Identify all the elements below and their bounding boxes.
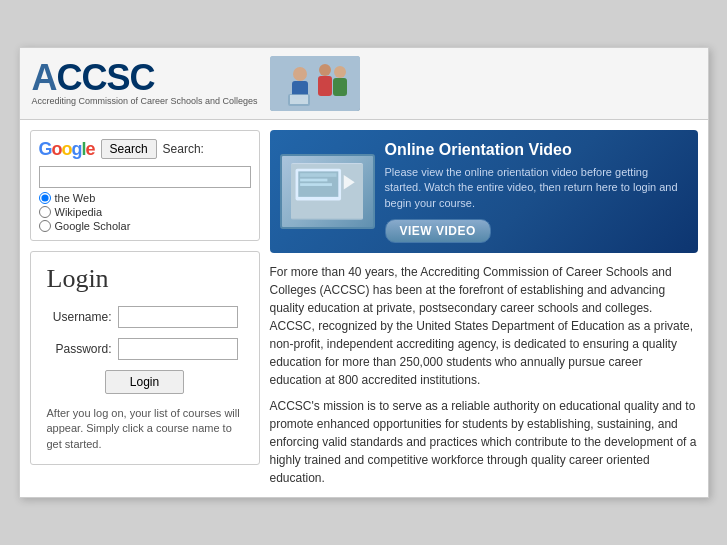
logo-area: ACCSC Accrediting Commission of Career S… (32, 60, 258, 106)
login-title: Login (47, 264, 243, 294)
search-box: Google Search Search: the Web Wikipedia (30, 130, 260, 241)
svg-point-1 (293, 67, 307, 81)
password-row: Password: (47, 338, 243, 360)
password-input[interactable] (118, 338, 238, 360)
username-label: Username: (47, 310, 112, 324)
google-logo: Google (39, 139, 95, 160)
description-para2: ACCSC's mission is to serve as a reliabl… (270, 397, 698, 487)
logo-tagline: Accrediting Commission of Career Schools… (32, 96, 258, 106)
search-radio-web[interactable] (39, 192, 51, 204)
svg-rect-12 (300, 173, 336, 177)
svg-rect-14 (300, 183, 332, 186)
search-radio-wikipedia[interactable] (39, 206, 51, 218)
description-para1: For more than 40 years, the Accrediting … (270, 263, 698, 389)
header-image (270, 56, 360, 111)
svg-rect-8 (290, 95, 308, 104)
search-option-web-label: the Web (55, 192, 96, 204)
svg-point-3 (319, 64, 331, 76)
username-input[interactable] (118, 306, 238, 328)
video-thumb-inner (291, 163, 364, 220)
logo: ACCSC (32, 60, 258, 96)
search-options: the Web Wikipedia Google Scholar (39, 192, 251, 232)
main-content: Google Search Search: the Web Wikipedia (20, 120, 708, 497)
right-panel: Online Orientation Video Please view the… (270, 130, 698, 487)
username-row: Username: (47, 306, 243, 328)
google-search-row: Google Search Search: (39, 139, 251, 160)
search-option-wikipedia-label: Wikipedia (55, 206, 103, 218)
video-thumbnail (280, 154, 375, 229)
video-banner: Online Orientation Video Please view the… (270, 130, 698, 253)
header-people-svg (270, 56, 360, 111)
video-title: Online Orientation Video (385, 140, 688, 159)
login-hint: After you log on, your list of courses w… (47, 406, 243, 452)
video-preview-svg (291, 163, 364, 220)
svg-rect-13 (300, 179, 327, 182)
video-info: Online Orientation Video Please view the… (385, 140, 688, 243)
svg-rect-4 (318, 76, 332, 96)
password-label: Password: (47, 342, 112, 356)
search-option-scholar-label: Google Scholar (55, 220, 131, 232)
login-btn-row: Login (47, 370, 243, 394)
description-area: For more than 40 years, the Accrediting … (270, 263, 698, 487)
search-option-web: the Web (39, 192, 251, 204)
header: ACCSC Accrediting Commission of Career S… (20, 48, 708, 120)
search-input[interactable] (39, 166, 251, 188)
svg-rect-6 (333, 78, 347, 96)
header-image-people (270, 56, 360, 111)
search-option-scholar: Google Scholar (39, 220, 251, 232)
view-video-button[interactable]: VIEW VIDEO (385, 219, 491, 243)
video-description: Please view the online orientation video… (385, 165, 688, 211)
search-radio-scholar[interactable] (39, 220, 51, 232)
login-button[interactable]: Login (105, 370, 184, 394)
search-option-wikipedia: Wikipedia (39, 206, 251, 218)
login-box: Login Username: Password: Login After yo… (30, 251, 260, 465)
search-button[interactable]: Search (101, 139, 157, 159)
search-label: Search: (163, 142, 204, 156)
left-panel: Google Search Search: the Web Wikipedia (30, 130, 260, 487)
svg-point-5 (334, 66, 346, 78)
page-wrapper: ACCSC Accrediting Commission of Career S… (19, 47, 709, 498)
